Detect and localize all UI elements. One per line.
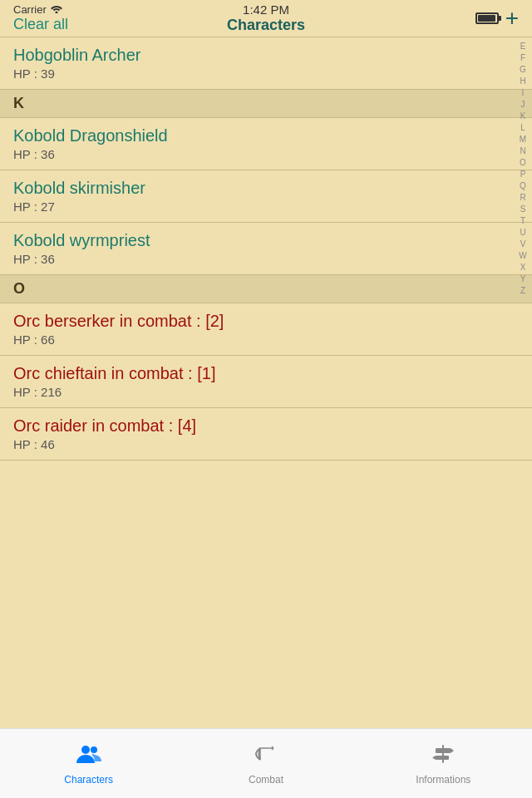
item-hp: HP : 66 bbox=[13, 332, 499, 347]
status-left: Carrier Clear all bbox=[13, 3, 68, 33]
alpha-G[interactable]: G bbox=[520, 64, 526, 76]
character-list: Hobgoblin Archer HP : 39 K Kobold Dragon… bbox=[0, 37, 532, 728]
alphabet-index[interactable]: E F G H I J K L M N O P Q R S T U V W X … bbox=[514, 37, 532, 728]
svg-marker-8 bbox=[451, 748, 454, 753]
status-right: + bbox=[475, 7, 519, 30]
characters-icon bbox=[76, 741, 101, 771]
alpha-J[interactable]: J bbox=[521, 99, 525, 111]
svg-rect-9 bbox=[436, 756, 449, 760]
tab-characters-label: Characters bbox=[64, 774, 113, 786]
alpha-R[interactable]: R bbox=[520, 192, 525, 204]
item-name: Orc chieftain in combat : [1] bbox=[13, 364, 499, 383]
add-character-button[interactable]: + bbox=[505, 7, 519, 30]
list-item[interactable]: Orc chieftain in combat : [1] HP : 216 bbox=[0, 356, 532, 408]
tab-informations-label: Informations bbox=[416, 774, 470, 786]
list-item[interactable]: Orc raider in combat : [4] HP : 46 bbox=[0, 408, 532, 461]
svg-point-1 bbox=[81, 746, 90, 754]
wifi-icon bbox=[50, 3, 63, 16]
status-center: 1:42 PM Characters bbox=[227, 2, 305, 34]
list-item[interactable]: Kobold skirmisher HP : 27 bbox=[0, 170, 532, 223]
alpha-E[interactable]: E bbox=[520, 41, 526, 52]
svg-point-0 bbox=[55, 12, 57, 14]
item-hp: HP : 46 bbox=[13, 437, 499, 451]
list-item[interactable]: Kobold wyrmpriest HP : 36 bbox=[0, 223, 532, 275]
alpha-S[interactable]: S bbox=[520, 204, 526, 215]
item-name: Orc berserker in combat : [2] bbox=[13, 312, 499, 331]
alpha-Y[interactable]: Y bbox=[520, 273, 526, 285]
clear-all-button[interactable]: Clear all bbox=[13, 16, 68, 33]
list-item[interactable]: Hobgoblin Archer HP : 39 bbox=[0, 37, 532, 90]
list-item[interactable]: Orc berserker in combat : [2] HP : 66 bbox=[0, 303, 532, 356]
section-header-o: O bbox=[0, 275, 532, 303]
item-hp: HP : 39 bbox=[13, 66, 499, 81]
tab-bar: Characters Combat bbox=[0, 728, 532, 798]
svg-rect-6 bbox=[442, 745, 444, 763]
alpha-W[interactable]: W bbox=[519, 250, 526, 262]
alpha-U[interactable]: U bbox=[520, 227, 525, 239]
page-title: Characters bbox=[227, 17, 305, 34]
alpha-Q[interactable]: Q bbox=[520, 180, 526, 192]
item-name: Orc raider in combat : [4] bbox=[13, 416, 499, 436]
svg-rect-7 bbox=[436, 748, 451, 753]
item-name: Hobgoblin Archer bbox=[13, 46, 499, 65]
item-name: Kobold Dragonshield bbox=[13, 126, 499, 145]
list-item[interactable]: Kobold Dragonshield HP : 36 bbox=[0, 118, 532, 170]
item-hp: HP : 36 bbox=[13, 252, 499, 266]
alpha-M[interactable]: M bbox=[520, 134, 526, 145]
item-hp: HP : 27 bbox=[13, 200, 499, 214]
svg-point-2 bbox=[91, 746, 97, 753]
alpha-P[interactable]: P bbox=[520, 169, 526, 180]
svg-marker-10 bbox=[432, 756, 436, 760]
alpha-L[interactable]: L bbox=[520, 122, 525, 134]
combat-icon bbox=[254, 741, 278, 771]
alpha-N[interactable]: N bbox=[520, 145, 525, 157]
carrier-wifi: Carrier bbox=[13, 3, 63, 16]
tab-combat-label: Combat bbox=[249, 774, 283, 786]
item-name: Kobold wyrmpriest bbox=[13, 231, 499, 250]
tab-informations[interactable]: Informations bbox=[356, 735, 531, 792]
alpha-X[interactable]: X bbox=[520, 262, 526, 273]
informations-icon bbox=[431, 741, 456, 771]
tab-combat[interactable]: Combat bbox=[178, 735, 353, 792]
time-display: 1:42 PM bbox=[227, 2, 305, 17]
tab-characters[interactable]: Characters bbox=[1, 735, 176, 792]
alpha-V[interactable]: V bbox=[520, 239, 526, 250]
alpha-T[interactable]: T bbox=[520, 215, 525, 227]
status-bar: Carrier Clear all 1:42 PM Characters + bbox=[0, 0, 532, 37]
alpha-K[interactable]: K bbox=[520, 111, 526, 122]
item-hp: HP : 216 bbox=[13, 385, 499, 399]
alpha-I[interactable]: I bbox=[522, 87, 525, 99]
item-name: Kobold skirmisher bbox=[13, 179, 499, 198]
alpha-F[interactable]: F bbox=[520, 52, 525, 64]
battery-icon bbox=[475, 12, 499, 24]
carrier-label: Carrier bbox=[13, 3, 47, 16]
item-hp: HP : 36 bbox=[13, 147, 499, 161]
alpha-O[interactable]: O bbox=[520, 157, 526, 169]
section-header-k: K bbox=[0, 90, 532, 118]
alpha-H[interactable]: H bbox=[520, 76, 525, 87]
alpha-Z[interactable]: Z bbox=[520, 285, 525, 297]
